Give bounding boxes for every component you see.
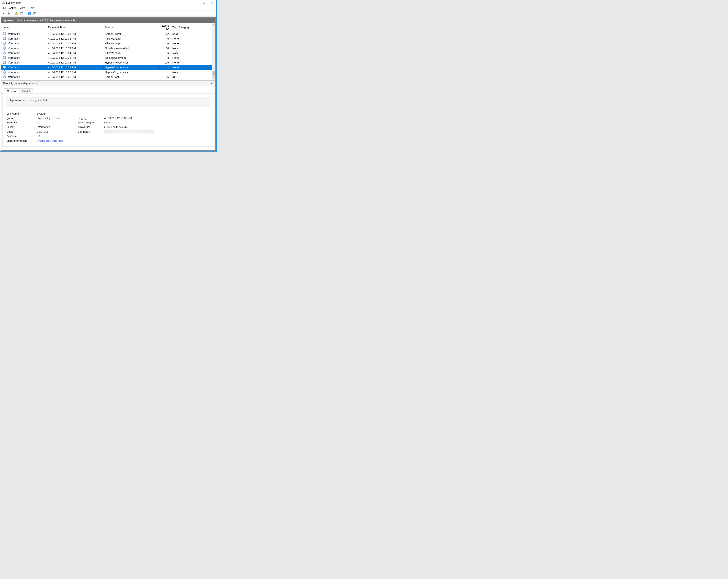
cell-eventid: 129 [158,60,171,65]
table-row[interactable]: iInformation4/10/2018 12:10:35 PMFilterM… [1,36,212,41]
label-computer: Computer: [78,130,102,133]
window: Event Viewer File Action View Help [0,0,216,151]
svg-marker-21 [213,78,214,79]
cell-eventid: 2 [158,65,171,70]
refresh-button[interactable] [32,11,37,16]
svg-marker-20 [213,24,214,25]
minimize-button[interactable] [192,0,200,5]
col-eventid[interactable]: Event ID [158,23,171,31]
redacted-icon [104,130,154,133]
cell-level: Information [7,66,20,69]
cell-datetime: 4/10/2018 12:10:33 PM [47,70,103,75]
cell-taskcat: None [171,60,212,65]
cell-level: Information [7,47,20,50]
detail-close-button[interactable]: ✕ [210,82,213,85]
label-logname: Log Name: [6,112,35,115]
maximize-button[interactable] [200,0,208,5]
menu-action[interactable]: Action [9,6,17,9]
cell-datetime: 4/10/2018 12:10:33 PM [47,75,103,79]
label-logged: Logged: [78,116,102,119]
table-row[interactable]: iInformation4/10/2018 12:10:35 PMFilterM… [1,41,212,46]
svg-rect-18 [33,12,36,13]
cell-level: Information [7,37,20,40]
table-row[interactable]: iInformation4/10/2018 12:10:36 PMKernel-… [1,31,212,36]
help-button[interactable]: ? [27,11,32,16]
detail-tabs: General Details [1,86,215,93]
up-folder-button[interactable] [14,11,19,16]
cell-datetime: 4/10/2018 12:10:33 PM [47,55,103,60]
close-button[interactable] [208,0,216,5]
value-keywords: (70368744177664) [104,126,157,129]
svg-rect-13 [21,12,23,13]
scroll-down-icon[interactable] [212,77,215,80]
table-row[interactable]: iInformation4/10/2018 12:10:33 PMHyper-V… [1,60,212,65]
menu-file[interactable]: File [2,6,6,9]
cell-eventid: 25 [158,75,171,79]
table-row[interactable]: iInformation4/10/2018 12:10:34 PMFilterM… [1,51,212,55]
info-icon: i [3,37,6,40]
cell-level: Information [7,71,20,74]
cell-source: IsolatedUserMode [103,55,158,60]
event-grid-area: Level Date and Time Source Event ID Task… [1,23,215,80]
label-opcode: OpCode: [6,135,35,138]
label-level: Level: [6,126,35,129]
scroll-track[interactable] [212,26,215,77]
info-icon: i [3,56,6,59]
forward-button[interactable] [6,11,11,16]
cell-source: Hyper-V-Hypervisor [103,65,158,70]
col-datetime[interactable]: Date and Time [47,23,103,31]
app-icon [2,1,5,4]
grid-header-row[interactable]: Level Date and Time Source Event ID Task… [1,23,212,31]
menu-view[interactable]: View [20,6,25,9]
tab-details[interactable]: Details [19,88,33,93]
link-event-log-help[interactable]: Event Log Online Help [37,139,157,142]
cell-taskcat: (203) [171,31,212,36]
cell-source: Ntfs (Microsoft-Wind... [103,46,158,51]
properties-button[interactable] [20,11,24,16]
cell-eventid: 6 [158,41,171,46]
scroll-thumb[interactable] [212,71,215,76]
cell-datetime: 4/10/2018 12:10:36 PM [47,31,103,36]
table-row[interactable]: iInformation4/10/2018 12:10:33 PMHyper-V… [1,70,212,75]
cell-source: FilterManager [103,41,158,46]
value-taskcat: None [104,121,157,124]
label-taskcat: Task Category: [78,121,102,124]
titlebar: Event Viewer [0,0,216,5]
cell-datetime: 4/10/2018 12:10:34 PM [47,46,103,51]
vertical-scrollbar[interactable] [212,23,215,80]
svg-marker-8 [2,12,4,15]
log-header-bar: System Number of events: 3,179 (!) New e… [1,18,215,23]
cell-level: Information [7,42,20,45]
svg-rect-2 [2,3,3,3]
back-button[interactable] [1,11,6,16]
svg-marker-9 [8,12,10,15]
value-user: SYSTEM [37,130,76,133]
value-computer [104,130,157,133]
col-source[interactable]: Source [103,23,158,31]
svg-rect-5 [203,2,205,4]
label-user: User: [6,130,35,133]
value-opcode: Info [37,135,157,138]
svg-text:?: ? [29,12,30,15]
scroll-up-icon[interactable] [212,23,215,26]
svg-rect-1 [2,2,5,2]
event-grid[interactable]: Level Date and Time Source Event ID Task… [1,23,212,80]
cell-datetime: 4/10/2018 12:10:35 PM [47,41,103,46]
event-count: Number of events: 3,179 (!) New events a… [17,19,75,22]
menu-help[interactable]: Help [29,6,34,9]
table-row[interactable]: iInformation4/10/2018 12:10:33 PMKernel-… [1,75,212,79]
cell-source: Kernel-Power [103,31,158,36]
col-level[interactable]: Level [1,23,47,31]
cell-datetime: 4/10/2018 12:10:33 PM [47,65,103,70]
table-row[interactable]: iInformation4/10/2018 12:10:33 PMIsolate… [1,55,212,60]
table-row[interactable]: iInformation4/10/2018 12:10:33 PMHyper-V… [1,65,212,70]
cell-taskcat: (32) [171,75,212,79]
table-row[interactable]: iInformation4/10/2018 12:10:34 PMNtfs (M… [1,46,212,51]
tab-general[interactable]: General [4,88,19,93]
col-taskcat[interactable]: Task Category [171,23,212,31]
value-eventid: 2 [37,121,76,124]
info-icon: i [3,42,6,45]
label-eventid: Event ID: [6,121,35,124]
label-keywords: Keywords: [78,126,102,129]
label-moreinfo: More Information: [6,139,35,142]
